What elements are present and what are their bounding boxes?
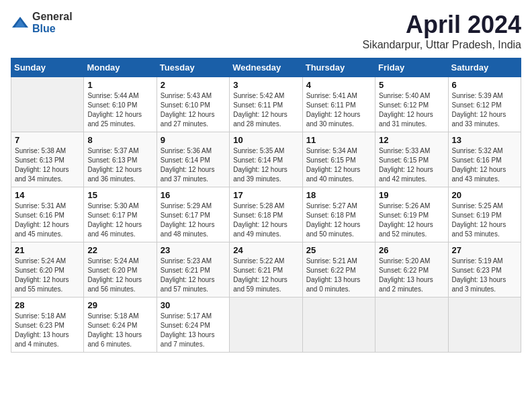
calendar-cell: 19Sunrise: 5:26 AM Sunset: 6:19 PM Dayli… <box>375 187 448 242</box>
calendar-header: SundayMondayTuesdayWednesdayThursdayFrid… <box>11 58 521 77</box>
page-header: General Blue April 2024 Sikandarpur, Utt… <box>11 11 521 51</box>
day-number: 23 <box>161 245 226 255</box>
calendar-cell: 8Sunrise: 5:37 AM Sunset: 6:13 PM Daylig… <box>84 132 157 187</box>
weekday-header: Saturday <box>448 58 521 77</box>
logo-icon <box>11 15 30 30</box>
calendar-cell: 4Sunrise: 5:41 AM Sunset: 6:11 PM Daylig… <box>302 77 375 132</box>
day-number: 27 <box>452 245 517 255</box>
calendar-cell: 27Sunrise: 5:19 AM Sunset: 6:23 PM Dayli… <box>448 242 521 298</box>
calendar-cell: 23Sunrise: 5:23 AM Sunset: 6:21 PM Dayli… <box>157 242 229 298</box>
day-info: Sunrise: 5:38 AM Sunset: 6:13 PM Dayligh… <box>15 146 80 184</box>
calendar-cell: 3Sunrise: 5:42 AM Sunset: 6:11 PM Daylig… <box>230 77 302 132</box>
day-info: Sunrise: 5:44 AM Sunset: 6:10 PM Dayligh… <box>87 91 152 129</box>
calendar-cell <box>448 298 521 353</box>
day-info: Sunrise: 5:17 AM Sunset: 6:24 PM Dayligh… <box>161 312 226 349</box>
day-number: 18 <box>306 190 371 200</box>
calendar-week-row: 7Sunrise: 5:38 AM Sunset: 6:13 PM Daylig… <box>11 132 521 187</box>
calendar-week-row: 28Sunrise: 5:18 AM Sunset: 6:23 PM Dayli… <box>11 298 521 353</box>
calendar-cell: 21Sunrise: 5:24 AM Sunset: 6:20 PM Dayli… <box>11 242 84 298</box>
day-info: Sunrise: 5:37 AM Sunset: 6:13 PM Dayligh… <box>87 146 152 184</box>
title-area: April 2024 Sikandarpur, Uttar Pradesh, I… <box>362 11 521 51</box>
calendar-title: April 2024 <box>362 11 521 39</box>
day-info: Sunrise: 5:30 AM Sunset: 6:17 PM Dayligh… <box>87 201 152 239</box>
calendar-cell: 30Sunrise: 5:17 AM Sunset: 6:24 PM Dayli… <box>157 298 229 353</box>
calendar-cell: 25Sunrise: 5:21 AM Sunset: 6:22 PM Dayli… <box>302 242 375 298</box>
calendar-cell: 14Sunrise: 5:31 AM Sunset: 6:16 PM Dayli… <box>11 187 84 242</box>
calendar-cell: 28Sunrise: 5:18 AM Sunset: 6:23 PM Dayli… <box>11 298 84 353</box>
day-number: 13 <box>452 135 517 145</box>
day-info: Sunrise: 5:22 AM Sunset: 6:21 PM Dayligh… <box>233 257 298 294</box>
day-info: Sunrise: 5:18 AM Sunset: 6:24 PM Dayligh… <box>87 312 152 349</box>
logo-general-text: General <box>32 11 73 22</box>
day-number: 7 <box>15 135 80 145</box>
day-number: 24 <box>233 245 298 255</box>
calendar-week-row: 21Sunrise: 5:24 AM Sunset: 6:20 PM Dayli… <box>11 242 521 298</box>
day-info: Sunrise: 5:24 AM Sunset: 6:20 PM Dayligh… <box>15 257 80 294</box>
day-info: Sunrise: 5:40 AM Sunset: 6:12 PM Dayligh… <box>379 91 444 129</box>
day-info: Sunrise: 5:20 AM Sunset: 6:22 PM Dayligh… <box>379 257 444 294</box>
calendar-cell: 2Sunrise: 5:43 AM Sunset: 6:10 PM Daylig… <box>157 77 229 132</box>
calendar-cell <box>375 298 448 353</box>
weekday-header: Friday <box>375 58 448 77</box>
day-number: 15 <box>87 190 152 200</box>
calendar-cell: 9Sunrise: 5:36 AM Sunset: 6:14 PM Daylig… <box>157 132 229 187</box>
day-number: 21 <box>15 245 80 255</box>
calendar-cell <box>302 298 375 353</box>
day-number: 16 <box>161 190 226 200</box>
calendar-cell <box>230 298 302 353</box>
logo-blue-text: Blue <box>32 23 56 34</box>
day-number: 25 <box>306 245 371 255</box>
day-info: Sunrise: 5:39 AM Sunset: 6:12 PM Dayligh… <box>452 91 517 129</box>
weekday-header: Tuesday <box>157 58 229 77</box>
calendar-subtitle: Sikandarpur, Uttar Pradesh, India <box>362 39 521 51</box>
day-info: Sunrise: 5:31 AM Sunset: 6:16 PM Dayligh… <box>15 201 80 239</box>
calendar-cell: 17Sunrise: 5:28 AM Sunset: 6:18 PM Dayli… <box>230 187 302 242</box>
day-info: Sunrise: 5:41 AM Sunset: 6:11 PM Dayligh… <box>306 91 371 129</box>
calendar-table: SundayMondayTuesdayWednesdayThursdayFrid… <box>11 58 521 353</box>
day-info: Sunrise: 5:19 AM Sunset: 6:23 PM Dayligh… <box>452 257 517 294</box>
calendar-cell: 6Sunrise: 5:39 AM Sunset: 6:12 PM Daylig… <box>448 77 521 132</box>
calendar-cell: 29Sunrise: 5:18 AM Sunset: 6:24 PM Dayli… <box>84 298 157 353</box>
day-info: Sunrise: 5:43 AM Sunset: 6:10 PM Dayligh… <box>161 91 226 129</box>
day-info: Sunrise: 5:36 AM Sunset: 6:14 PM Dayligh… <box>161 146 226 184</box>
day-info: Sunrise: 5:42 AM Sunset: 6:11 PM Dayligh… <box>233 91 298 129</box>
day-info: Sunrise: 5:18 AM Sunset: 6:23 PM Dayligh… <box>15 312 80 349</box>
calendar-cell: 7Sunrise: 5:38 AM Sunset: 6:13 PM Daylig… <box>11 132 84 187</box>
day-info: Sunrise: 5:23 AM Sunset: 6:21 PM Dayligh… <box>161 257 226 294</box>
day-number: 1 <box>87 80 152 90</box>
day-info: Sunrise: 5:28 AM Sunset: 6:18 PM Dayligh… <box>233 201 298 239</box>
day-number: 2 <box>161 80 226 90</box>
day-info: Sunrise: 5:24 AM Sunset: 6:20 PM Dayligh… <box>87 257 152 294</box>
day-number: 3 <box>233 80 298 90</box>
day-info: Sunrise: 5:21 AM Sunset: 6:22 PM Dayligh… <box>306 257 371 294</box>
day-info: Sunrise: 5:33 AM Sunset: 6:15 PM Dayligh… <box>379 146 444 184</box>
day-number: 12 <box>379 135 444 145</box>
day-number: 30 <box>161 300 226 310</box>
day-number: 28 <box>15 300 80 310</box>
calendar-week-row: 1Sunrise: 5:44 AM Sunset: 6:10 PM Daylig… <box>11 77 521 132</box>
calendar-cell: 11Sunrise: 5:34 AM Sunset: 6:15 PM Dayli… <box>302 132 375 187</box>
calendar-body: 1Sunrise: 5:44 AM Sunset: 6:10 PM Daylig… <box>11 77 521 353</box>
day-number: 10 <box>233 135 298 145</box>
day-info: Sunrise: 5:26 AM Sunset: 6:19 PM Dayligh… <box>379 201 444 239</box>
calendar-cell: 13Sunrise: 5:32 AM Sunset: 6:16 PM Dayli… <box>448 132 521 187</box>
day-number: 22 <box>87 245 152 255</box>
day-info: Sunrise: 5:32 AM Sunset: 6:16 PM Dayligh… <box>452 146 517 184</box>
calendar-cell: 24Sunrise: 5:22 AM Sunset: 6:21 PM Dayli… <box>230 242 302 298</box>
day-number: 19 <box>379 190 444 200</box>
weekday-header: Thursday <box>302 58 375 77</box>
calendar-cell: 18Sunrise: 5:27 AM Sunset: 6:18 PM Dayli… <box>302 187 375 242</box>
calendar-cell: 12Sunrise: 5:33 AM Sunset: 6:15 PM Dayli… <box>375 132 448 187</box>
calendar-cell: 16Sunrise: 5:29 AM Sunset: 6:17 PM Dayli… <box>157 187 229 242</box>
calendar-cell: 10Sunrise: 5:35 AM Sunset: 6:14 PM Dayli… <box>230 132 302 187</box>
weekday-header: Monday <box>84 58 157 77</box>
day-info: Sunrise: 5:29 AM Sunset: 6:17 PM Dayligh… <box>161 201 226 239</box>
calendar-cell: 22Sunrise: 5:24 AM Sunset: 6:20 PM Dayli… <box>84 242 157 298</box>
calendar-week-row: 14Sunrise: 5:31 AM Sunset: 6:16 PM Dayli… <box>11 187 521 242</box>
calendar-cell: 20Sunrise: 5:25 AM Sunset: 6:19 PM Dayli… <box>448 187 521 242</box>
day-number: 9 <box>161 135 226 145</box>
calendar-cell: 5Sunrise: 5:40 AM Sunset: 6:12 PM Daylig… <box>375 77 448 132</box>
day-number: 11 <box>306 135 371 145</box>
logo: General Blue <box>11 11 73 35</box>
weekday-header: Wednesday <box>230 58 302 77</box>
